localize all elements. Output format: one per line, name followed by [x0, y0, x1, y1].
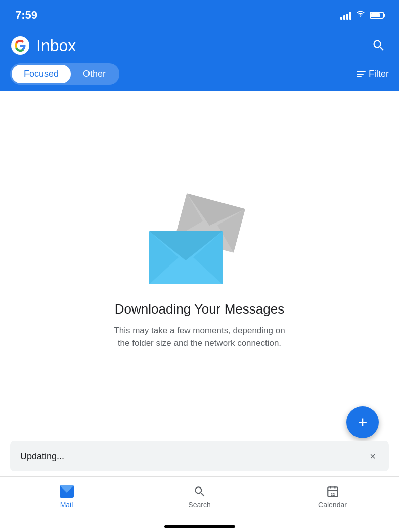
filter-icon: [357, 71, 366, 77]
tabs-container: Focused Other: [10, 63, 119, 85]
nav-label-search: Search: [188, 501, 210, 509]
envelope-front: [149, 231, 223, 286]
updating-close-button[interactable]: ×: [367, 450, 379, 462]
filter-button[interactable]: Filter: [357, 69, 389, 79]
tab-bar: Focused Other Filter: [0, 63, 399, 91]
svg-text:22: 22: [330, 492, 334, 497]
updating-bar: Updating... ×: [10, 441, 389, 471]
nav-item-mail[interactable]: Mail: [0, 482, 133, 509]
inbox-title: Inbox: [36, 36, 76, 55]
mail-icon: [60, 484, 74, 499]
filter-label: Filter: [369, 69, 389, 79]
downloading-subtitle: This may take a few moments, depending o…: [114, 324, 286, 350]
main-content: Downloading Your Messages This may take …: [0, 99, 399, 446]
home-indicator: [164, 525, 235, 528]
google-logo-icon: [10, 35, 30, 56]
status-bar: 7:59: [0, 0, 399, 30]
compose-plus-icon: +: [358, 414, 368, 430]
nav-item-calendar[interactable]: 22 Calendar: [266, 482, 399, 509]
updating-text: Updating...: [20, 451, 64, 462]
calendar-icon: 22: [326, 484, 340, 499]
wifi-icon: [356, 10, 366, 21]
header-search-button[interactable]: [369, 35, 389, 56]
tab-focused[interactable]: Focused: [12, 65, 71, 83]
envelope-illustration: [149, 195, 250, 286]
tab-other[interactable]: Other: [71, 65, 118, 83]
app-header: Inbox: [0, 30, 399, 63]
bottom-nav: Mail Search 22 Calendar: [0, 476, 399, 532]
nav-label-calendar: Calendar: [318, 501, 347, 509]
battery-icon: [370, 12, 384, 19]
nav-item-search[interactable]: Search: [133, 482, 266, 509]
downloading-title: Downloading Your Messages: [115, 301, 284, 317]
header-left: Inbox: [10, 35, 76, 56]
phone-frame: 7:59: [0, 0, 399, 532]
status-time: 7:59: [15, 9, 37, 22]
search-nav-icon: [193, 484, 207, 499]
status-icons: [340, 10, 384, 21]
nav-label-mail: Mail: [60, 501, 73, 509]
signal-icon: [340, 11, 351, 20]
compose-fab[interactable]: +: [346, 406, 379, 438]
